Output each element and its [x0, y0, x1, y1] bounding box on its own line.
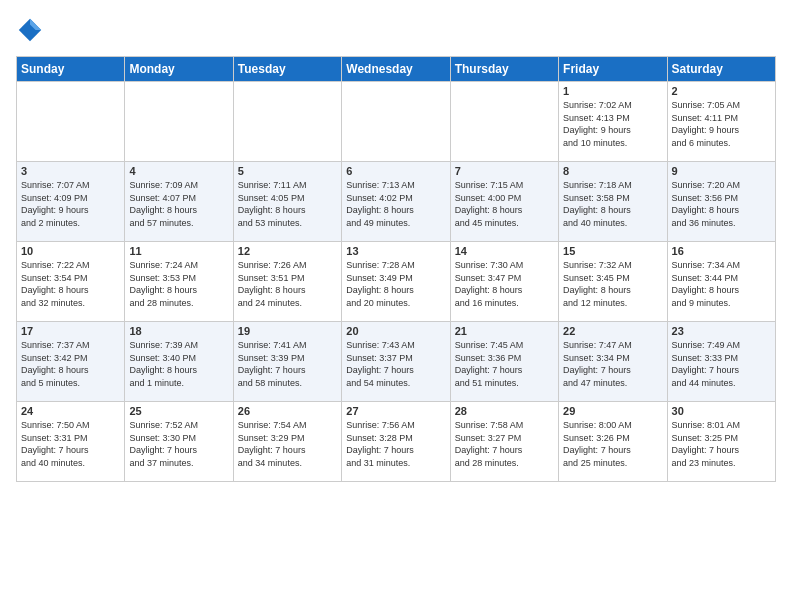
header-row: SundayMondayTuesdayWednesdayThursdayFrid…	[17, 57, 776, 82]
day-number: 30	[672, 405, 771, 417]
day-cell: 16Sunrise: 7:34 AM Sunset: 3:44 PM Dayli…	[667, 242, 775, 322]
day-info: Sunrise: 7:13 AM Sunset: 4:02 PM Dayligh…	[346, 179, 445, 229]
week-row-2: 3Sunrise: 7:07 AM Sunset: 4:09 PM Daylig…	[17, 162, 776, 242]
calendar-container: SundayMondayTuesdayWednesdayThursdayFrid…	[0, 0, 792, 490]
day-cell: 11Sunrise: 7:24 AM Sunset: 3:53 PM Dayli…	[125, 242, 233, 322]
day-number: 7	[455, 165, 554, 177]
day-number: 20	[346, 325, 445, 337]
day-cell: 26Sunrise: 7:54 AM Sunset: 3:29 PM Dayli…	[233, 402, 341, 482]
column-header-sunday: Sunday	[17, 57, 125, 82]
day-number: 24	[21, 405, 120, 417]
day-info: Sunrise: 7:11 AM Sunset: 4:05 PM Dayligh…	[238, 179, 337, 229]
day-info: Sunrise: 7:41 AM Sunset: 3:39 PM Dayligh…	[238, 339, 337, 389]
day-cell: 21Sunrise: 7:45 AM Sunset: 3:36 PM Dayli…	[450, 322, 558, 402]
day-info: Sunrise: 7:39 AM Sunset: 3:40 PM Dayligh…	[129, 339, 228, 389]
day-number: 9	[672, 165, 771, 177]
day-cell: 30Sunrise: 8:01 AM Sunset: 3:25 PM Dayli…	[667, 402, 775, 482]
day-cell: 13Sunrise: 7:28 AM Sunset: 3:49 PM Dayli…	[342, 242, 450, 322]
day-info: Sunrise: 7:26 AM Sunset: 3:51 PM Dayligh…	[238, 259, 337, 309]
day-cell: 27Sunrise: 7:56 AM Sunset: 3:28 PM Dayli…	[342, 402, 450, 482]
column-header-monday: Monday	[125, 57, 233, 82]
day-info: Sunrise: 7:24 AM Sunset: 3:53 PM Dayligh…	[129, 259, 228, 309]
day-cell	[342, 82, 450, 162]
day-number: 14	[455, 245, 554, 257]
day-cell: 5Sunrise: 7:11 AM Sunset: 4:05 PM Daylig…	[233, 162, 341, 242]
week-row-3: 10Sunrise: 7:22 AM Sunset: 3:54 PM Dayli…	[17, 242, 776, 322]
day-info: Sunrise: 7:15 AM Sunset: 4:00 PM Dayligh…	[455, 179, 554, 229]
day-info: Sunrise: 7:32 AM Sunset: 3:45 PM Dayligh…	[563, 259, 662, 309]
day-info: Sunrise: 7:34 AM Sunset: 3:44 PM Dayligh…	[672, 259, 771, 309]
day-info: Sunrise: 7:52 AM Sunset: 3:30 PM Dayligh…	[129, 419, 228, 469]
day-cell	[125, 82, 233, 162]
day-info: Sunrise: 7:22 AM Sunset: 3:54 PM Dayligh…	[21, 259, 120, 309]
week-row-4: 17Sunrise: 7:37 AM Sunset: 3:42 PM Dayli…	[17, 322, 776, 402]
column-header-thursday: Thursday	[450, 57, 558, 82]
day-info: Sunrise: 7:45 AM Sunset: 3:36 PM Dayligh…	[455, 339, 554, 389]
day-number: 21	[455, 325, 554, 337]
day-cell: 29Sunrise: 8:00 AM Sunset: 3:26 PM Dayli…	[559, 402, 667, 482]
day-cell: 17Sunrise: 7:37 AM Sunset: 3:42 PM Dayli…	[17, 322, 125, 402]
day-number: 6	[346, 165, 445, 177]
column-header-wednesday: Wednesday	[342, 57, 450, 82]
day-cell: 25Sunrise: 7:52 AM Sunset: 3:30 PM Dayli…	[125, 402, 233, 482]
day-number: 16	[672, 245, 771, 257]
day-info: Sunrise: 7:50 AM Sunset: 3:31 PM Dayligh…	[21, 419, 120, 469]
day-cell: 14Sunrise: 7:30 AM Sunset: 3:47 PM Dayli…	[450, 242, 558, 322]
day-cell: 3Sunrise: 7:07 AM Sunset: 4:09 PM Daylig…	[17, 162, 125, 242]
day-info: Sunrise: 7:18 AM Sunset: 3:58 PM Dayligh…	[563, 179, 662, 229]
day-cell: 7Sunrise: 7:15 AM Sunset: 4:00 PM Daylig…	[450, 162, 558, 242]
day-cell: 18Sunrise: 7:39 AM Sunset: 3:40 PM Dayli…	[125, 322, 233, 402]
day-cell: 4Sunrise: 7:09 AM Sunset: 4:07 PM Daylig…	[125, 162, 233, 242]
column-header-friday: Friday	[559, 57, 667, 82]
day-number: 8	[563, 165, 662, 177]
day-cell: 19Sunrise: 7:41 AM Sunset: 3:39 PM Dayli…	[233, 322, 341, 402]
day-cell	[450, 82, 558, 162]
day-cell: 9Sunrise: 7:20 AM Sunset: 3:56 PM Daylig…	[667, 162, 775, 242]
day-number: 27	[346, 405, 445, 417]
day-number: 25	[129, 405, 228, 417]
day-number: 3	[21, 165, 120, 177]
day-info: Sunrise: 8:00 AM Sunset: 3:26 PM Dayligh…	[563, 419, 662, 469]
week-row-1: 1Sunrise: 7:02 AM Sunset: 4:13 PM Daylig…	[17, 82, 776, 162]
day-info: Sunrise: 7:47 AM Sunset: 3:34 PM Dayligh…	[563, 339, 662, 389]
day-cell: 10Sunrise: 7:22 AM Sunset: 3:54 PM Dayli…	[17, 242, 125, 322]
day-info: Sunrise: 7:58 AM Sunset: 3:27 PM Dayligh…	[455, 419, 554, 469]
day-cell: 28Sunrise: 7:58 AM Sunset: 3:27 PM Dayli…	[450, 402, 558, 482]
day-cell: 20Sunrise: 7:43 AM Sunset: 3:37 PM Dayli…	[342, 322, 450, 402]
header	[16, 16, 776, 44]
day-number: 12	[238, 245, 337, 257]
day-cell: 24Sunrise: 7:50 AM Sunset: 3:31 PM Dayli…	[17, 402, 125, 482]
column-header-tuesday: Tuesday	[233, 57, 341, 82]
week-row-5: 24Sunrise: 7:50 AM Sunset: 3:31 PM Dayli…	[17, 402, 776, 482]
day-cell	[233, 82, 341, 162]
day-number: 26	[238, 405, 337, 417]
day-number: 11	[129, 245, 228, 257]
day-number: 22	[563, 325, 662, 337]
day-number: 18	[129, 325, 228, 337]
day-number: 5	[238, 165, 337, 177]
day-info: Sunrise: 7:28 AM Sunset: 3:49 PM Dayligh…	[346, 259, 445, 309]
day-info: Sunrise: 7:20 AM Sunset: 3:56 PM Dayligh…	[672, 179, 771, 229]
day-info: Sunrise: 8:01 AM Sunset: 3:25 PM Dayligh…	[672, 419, 771, 469]
day-number: 10	[21, 245, 120, 257]
day-info: Sunrise: 7:09 AM Sunset: 4:07 PM Dayligh…	[129, 179, 228, 229]
day-cell	[17, 82, 125, 162]
day-number: 17	[21, 325, 120, 337]
day-number: 23	[672, 325, 771, 337]
day-info: Sunrise: 7:56 AM Sunset: 3:28 PM Dayligh…	[346, 419, 445, 469]
calendar-table: SundayMondayTuesdayWednesdayThursdayFrid…	[16, 56, 776, 482]
day-number: 19	[238, 325, 337, 337]
day-cell: 15Sunrise: 7:32 AM Sunset: 3:45 PM Dayli…	[559, 242, 667, 322]
day-info: Sunrise: 7:37 AM Sunset: 3:42 PM Dayligh…	[21, 339, 120, 389]
logo-icon	[16, 16, 44, 44]
day-info: Sunrise: 7:49 AM Sunset: 3:33 PM Dayligh…	[672, 339, 771, 389]
day-info: Sunrise: 7:07 AM Sunset: 4:09 PM Dayligh…	[21, 179, 120, 229]
day-cell: 23Sunrise: 7:49 AM Sunset: 3:33 PM Dayli…	[667, 322, 775, 402]
day-cell: 1Sunrise: 7:02 AM Sunset: 4:13 PM Daylig…	[559, 82, 667, 162]
day-number: 29	[563, 405, 662, 417]
day-cell: 6Sunrise: 7:13 AM Sunset: 4:02 PM Daylig…	[342, 162, 450, 242]
day-cell: 2Sunrise: 7:05 AM Sunset: 4:11 PM Daylig…	[667, 82, 775, 162]
day-cell: 8Sunrise: 7:18 AM Sunset: 3:58 PM Daylig…	[559, 162, 667, 242]
day-number: 13	[346, 245, 445, 257]
column-header-saturday: Saturday	[667, 57, 775, 82]
